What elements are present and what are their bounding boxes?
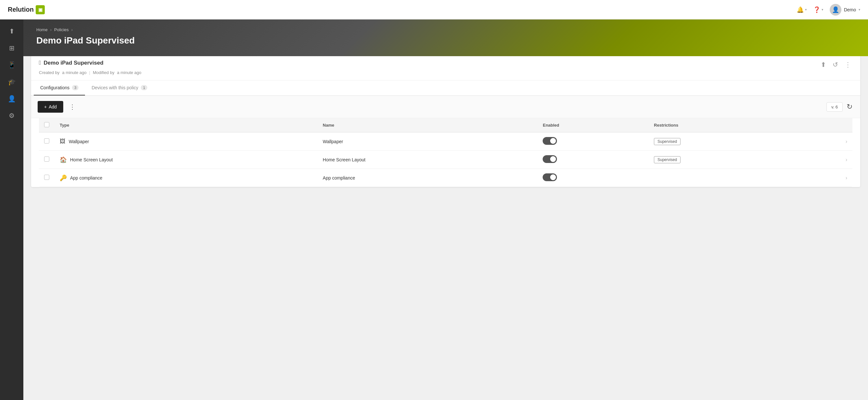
refresh-table-button[interactable]: ↻: [845, 101, 854, 112]
sidebar-item-device[interactable]: 📱: [4, 57, 20, 73]
upload-icon: ⬆: [9, 27, 14, 35]
device-icon: 📱: [8, 61, 16, 69]
help-chevron: ▾: [822, 8, 823, 11]
main-layout: ⬆ ⊞ 📱 🎓 👤 ⚙ Home › Policies › Demo iPad: [0, 20, 868, 400]
row2-checkbox-cell: [39, 151, 55, 169]
sidebar: ⬆ ⊞ 📱 🎓 👤 ⚙: [0, 20, 23, 400]
policy-card:  Demo iPad Supervised Created by a minu…: [31, 56, 860, 187]
row1-checkbox[interactable]: [44, 138, 49, 143]
table-toolbar: + Add ⋮ v. 6 ↻: [31, 96, 860, 118]
row1-action-cell: ›: [802, 133, 852, 151]
select-all-checkbox[interactable]: [44, 122, 49, 127]
tab-configurations[interactable]: Configurations 3: [34, 81, 85, 95]
table-row: 🖼 Wallpaper Wallpaper Supervised: [39, 133, 852, 151]
card-title-row:  Demo iPad Supervised: [39, 59, 142, 66]
topnav-right: 🔔 ▾ ❓ ▾ 👤 Demo ▾: [797, 4, 860, 16]
sidebar-item-upload[interactable]: ⬆: [4, 23, 20, 39]
th-name: Name: [317, 118, 537, 133]
row3-restriction-cell: [649, 169, 802, 187]
user-menu-button[interactable]: 👤 Demo ▾: [830, 4, 860, 16]
tabs-bar: Configurations 3 Devices with this polic…: [31, 81, 860, 96]
toolbar-right: v. 6 ↻: [827, 101, 854, 112]
row3-action-cell: ›: [802, 169, 852, 187]
tab-devices[interactable]: Devices with this policy 1: [85, 81, 154, 95]
th-action: [802, 118, 852, 133]
row2-toggle[interactable]: [542, 155, 557, 163]
toolbar-left: + Add ⋮: [38, 101, 78, 113]
row2-type: Home Screen Layout: [70, 157, 113, 162]
app-compliance-type-icon: 🔑: [60, 174, 67, 181]
table-header-row: Type Name Enabled Restrictions: [39, 118, 852, 133]
table-row: 🏠 Home Screen Layout Home Screen Layout: [39, 151, 852, 169]
row2-restriction-badge: Supervised: [654, 156, 681, 163]
row2-enabled-cell: [537, 151, 649, 169]
row3-chevron-right-icon[interactable]: ›: [846, 175, 847, 181]
card-meta: Created by a minute ago | Modified by a …: [39, 70, 142, 75]
th-restrictions: Restrictions: [649, 118, 802, 133]
row1-toggle[interactable]: [542, 137, 557, 145]
notifications-button[interactable]: 🔔 ▾: [797, 6, 807, 13]
row1-type: Wallpaper: [69, 139, 89, 144]
notifications-chevron: ▾: [805, 8, 807, 11]
created-time: a minute ago: [62, 70, 87, 75]
table: Type Name Enabled Restrictions: [39, 118, 852, 187]
row1-checkbox-cell: [39, 133, 55, 151]
tab-configurations-label: Configurations: [40, 85, 69, 90]
card-title: Demo iPad Supervised: [44, 60, 103, 66]
add-label: Add: [49, 104, 57, 109]
row2-type-cell: 🏠 Home Screen Layout: [55, 151, 317, 169]
app-logo: Relution ▣: [8, 5, 45, 14]
row3-checkbox[interactable]: [44, 175, 49, 180]
breadcrumb-home[interactable]: Home: [36, 27, 48, 32]
breadcrumb-sep-1: ›: [50, 27, 52, 32]
user-name: Demo: [844, 7, 856, 12]
row3-checkbox-cell: [39, 169, 55, 187]
gear-icon: ⚙: [9, 112, 14, 119]
th-enabled: Enabled: [537, 118, 649, 133]
more-options-button[interactable]: ⋮: [843, 59, 852, 70]
logo-icon: ▣: [36, 5, 45, 14]
help-button[interactable]: ❓ ▾: [813, 6, 823, 13]
card-header-left:  Demo iPad Supervised Created by a minu…: [39, 59, 142, 75]
tab-configurations-badge: 3: [72, 85, 79, 90]
grid-icon: ⊞: [9, 44, 14, 52]
add-button[interactable]: + Add: [38, 101, 63, 113]
card-actions: ⬆ ↺ ⋮: [819, 59, 852, 70]
add-icon: +: [44, 104, 47, 109]
breadcrumb-policies[interactable]: Policies: [54, 27, 69, 32]
breadcrumb-sep-2: ›: [71, 27, 73, 32]
page-body:  Demo iPad Supervised Created by a minu…: [23, 56, 868, 400]
row3-name: App compliance: [317, 169, 537, 187]
sidebar-item-user[interactable]: 👤: [4, 91, 20, 107]
row3-type-cell: 🔑 App compliance: [55, 169, 317, 187]
meta-separator: |: [89, 70, 90, 75]
refresh-card-button[interactable]: ↺: [831, 59, 839, 70]
th-checkbox: [39, 118, 55, 133]
row2-action-cell: ›: [802, 151, 852, 169]
table-head: Type Name Enabled Restrictions: [39, 118, 852, 133]
toolbar-more-button[interactable]: ⋮: [67, 101, 78, 113]
row2-chevron-right-icon[interactable]: ›: [846, 157, 847, 163]
user-icon: 👤: [8, 95, 16, 103]
top-navigation: Relution ▣ 🔔 ▾ ❓ ▾ 👤 Demo ▾: [0, 0, 868, 20]
row1-name: Wallpaper: [317, 133, 537, 151]
row3-toggle[interactable]: [542, 173, 557, 181]
sidebar-item-settings[interactable]: ⚙: [4, 108, 20, 123]
th-type: Type: [55, 118, 317, 133]
configurations-table: Type Name Enabled Restrictions: [39, 118, 852, 187]
sidebar-item-dashboard[interactable]: ⊞: [4, 40, 20, 56]
row2-checkbox[interactable]: [44, 156, 49, 162]
home-screen-type-icon: 🏠: [60, 156, 67, 163]
row3-enabled-cell: [537, 169, 649, 187]
row1-restriction-cell: Supervised: [649, 133, 802, 151]
help-icon: ❓: [813, 6, 820, 13]
breadcrumb: Home › Policies ›: [36, 27, 855, 32]
tab-devices-label: Devices with this policy: [91, 85, 138, 90]
created-label: Created by: [39, 70, 60, 75]
assign-button[interactable]: ⬆: [819, 59, 828, 70]
row1-chevron-right-icon[interactable]: ›: [846, 139, 847, 144]
apple-icon: : [39, 59, 41, 66]
sidebar-item-education[interactable]: 🎓: [4, 74, 20, 90]
card-header:  Demo iPad Supervised Created by a minu…: [31, 56, 860, 81]
version-badge: v. 6: [827, 102, 843, 112]
